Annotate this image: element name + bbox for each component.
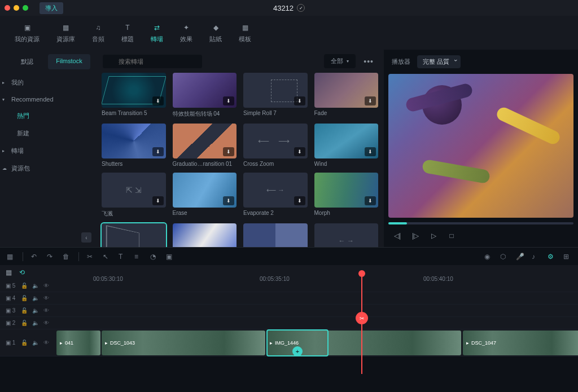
select-tool[interactable]: ↖ xyxy=(103,253,111,261)
download-icon[interactable]: ⬇ xyxy=(294,147,305,156)
mute-icon[interactable]: 🔈 xyxy=(32,320,38,326)
sidebar-section-1[interactable]: ▾Recommended xyxy=(0,91,96,107)
speed-tool[interactable]: ◔ xyxy=(150,253,158,261)
transition-card[interactable]: ⬇Fade xyxy=(314,73,379,118)
download-icon[interactable]: ⬇ xyxy=(365,196,376,205)
download-icon[interactable]: ⬇ xyxy=(294,96,305,105)
card-thumbnail[interactable]: ⬇ xyxy=(314,223,379,247)
track-head-video[interactable]: ▣ 1 🔓 🔈 👁 xyxy=(0,340,56,346)
download-icon[interactable]: ⬇ xyxy=(152,96,164,105)
sidebar-section-2[interactable]: ▸轉場 xyxy=(0,142,96,160)
sidebar-child-1-1[interactable]: 新建 xyxy=(0,125,96,142)
delete-button[interactable]: 🗑 xyxy=(63,253,71,261)
nav-item-3[interactable]: T標題 xyxy=(113,20,142,46)
card-thumbnail[interactable]: ⬇ xyxy=(314,73,379,108)
cut-button[interactable]: ✂ xyxy=(87,253,95,261)
card-thumbnail[interactable]: ⬇ xyxy=(314,173,379,208)
card-thumbnail[interactable]: + xyxy=(102,223,166,247)
text-tool[interactable]: T xyxy=(119,253,126,261)
preview-viewport[interactable] xyxy=(388,74,573,218)
quality-dropdown[interactable]: 完整 品質 xyxy=(417,55,461,68)
nav-item-1[interactable]: ▦資源庫 xyxy=(49,20,83,46)
download-icon[interactable]: ⬇ xyxy=(152,147,164,156)
transition-card[interactable]: ⬇Morph xyxy=(314,173,379,218)
prev-frame-button[interactable]: ◁| xyxy=(393,231,402,240)
sidebar-section-3[interactable]: ☁資源包 xyxy=(0,160,96,177)
transition-card[interactable]: ⬇Graduatio…ransition 01 xyxy=(173,124,237,167)
more-options-button[interactable]: ••• xyxy=(360,57,377,66)
download-icon[interactable]: ⬇ xyxy=(294,196,305,205)
video-clip[interactable]: ▸DSC_1047 xyxy=(463,331,578,355)
lock-icon[interactable]: 🔓 xyxy=(21,320,27,326)
visibility-icon[interactable]: 👁 xyxy=(43,307,49,314)
track-body[interactable] xyxy=(56,292,578,304)
export-button[interactable]: ⊞ xyxy=(563,253,571,261)
transition-card[interactable]: ⬇Special Eff…nsition 02 xyxy=(173,223,237,247)
import-button[interactable]: 導入 xyxy=(40,2,63,14)
card-thumbnail[interactable]: ⬇ xyxy=(173,124,237,158)
track-head-0[interactable]: ▣ 5🔓🔈👁 xyxy=(0,283,56,289)
track-head-1[interactable]: ▣ 4🔓🔈👁 xyxy=(0,295,56,301)
card-thumbnail[interactable]: ⬇ xyxy=(102,124,166,158)
sidebar-section-0[interactable]: ▸我的 xyxy=(0,74,96,91)
download-icon[interactable]: ⬇ xyxy=(365,147,376,156)
nav-item-7[interactable]: ▦模板 xyxy=(231,20,259,46)
tag-button[interactable]: ⬡ xyxy=(500,253,508,261)
apps-icon[interactable]: ▦ xyxy=(7,253,15,261)
lock-icon[interactable]: 🔓 xyxy=(21,295,27,301)
visibility-icon[interactable]: 👁 xyxy=(43,283,49,289)
lock-icon[interactable]: 🔓 xyxy=(21,307,27,314)
mute-icon[interactable]: 🔈 xyxy=(32,295,38,301)
transition-card[interactable]: +立方体 xyxy=(102,223,166,247)
play-button[interactable]: ▷ xyxy=(429,231,438,240)
download-icon[interactable]: ⬇ xyxy=(365,96,376,105)
mute-icon[interactable]: 🔈 xyxy=(32,283,38,289)
nav-item-0[interactable]: ▣我的資源 xyxy=(7,20,47,46)
crop-tool[interactable]: ▣ xyxy=(166,253,174,261)
download-icon[interactable]: ⬇ xyxy=(223,196,234,205)
card-thumbnail[interactable]: ⬇ xyxy=(102,173,166,208)
card-thumbnail[interactable]: ⬇ xyxy=(243,73,308,108)
maximize-window-button[interactable] xyxy=(23,5,28,11)
download-icon[interactable]: ⬇ xyxy=(223,147,234,156)
track-body[interactable] xyxy=(56,280,578,292)
filter-dropdown[interactable]: 全部▾ xyxy=(324,54,356,68)
transition-card[interactable]: ⬇Simple Roll 7 xyxy=(243,73,308,118)
video-track[interactable]: ▸041▸DSC_1043▸IMG_1446▸DSC_1047+ xyxy=(56,329,578,356)
transition-card[interactable]: ⬇Cross Zoom xyxy=(243,124,308,167)
transition-card[interactable]: ⬇Col Split xyxy=(314,223,379,247)
nav-item-5[interactable]: ✦效果 xyxy=(172,20,200,46)
transition-card[interactable]: ⬇特效技能包转场 04 xyxy=(173,73,237,118)
cut-marker-icon[interactable]: ✂ xyxy=(356,312,368,324)
transition-card[interactable]: ⬇Shutters xyxy=(102,124,166,167)
transition-card[interactable]: ⬇Evaporate 2 xyxy=(243,173,308,218)
minimize-window-button[interactable] xyxy=(14,5,19,11)
stop-button[interactable]: □ xyxy=(447,231,456,240)
next-frame-button[interactable]: |▷ xyxy=(411,231,420,240)
transition-card[interactable]: ⬇Erase xyxy=(173,173,237,218)
nav-item-6[interactable]: ◆貼紙 xyxy=(202,20,230,46)
download-icon[interactable]: ⬇ xyxy=(223,96,234,105)
visibility-icon[interactable]: 👁 xyxy=(43,295,49,301)
visibility-icon[interactable]: 👁 xyxy=(43,340,49,346)
card-thumbnail[interactable]: ⬇ xyxy=(173,173,237,208)
track-view-icon[interactable]: ▦ xyxy=(6,268,14,276)
video-clip[interactable]: ▸041 xyxy=(56,331,100,355)
track-head-2[interactable]: ▣ 3🔓🔈👁 xyxy=(0,307,56,314)
card-thumbnail[interactable]: ⬇ xyxy=(173,73,237,108)
card-thumbnail[interactable]: ⬇ xyxy=(314,124,379,158)
nav-item-2[interactable]: ♫音頻 xyxy=(84,20,112,46)
visibility-icon[interactable]: 👁 xyxy=(43,320,49,326)
track-head-3[interactable]: ▣ 2🔓🔈👁 xyxy=(0,320,56,326)
transition-card[interactable]: ⬇Wind xyxy=(314,124,379,167)
marker-button[interactable]: ◉ xyxy=(484,253,492,261)
lock-icon[interactable]: 🔓 xyxy=(21,283,27,289)
playhead[interactable]: ✂ xyxy=(361,272,362,374)
mic-button[interactable]: 🎤 xyxy=(516,253,524,261)
undo-button[interactable]: ↶ xyxy=(31,253,39,261)
adjust-tool[interactable]: ≡ xyxy=(134,253,142,261)
render-button[interactable]: ⚙ xyxy=(548,253,555,261)
transition-card[interactable]: ⬇飞溅 xyxy=(102,173,166,218)
video-clip[interactable]: ▸IMG_1446 xyxy=(266,331,461,355)
track-body[interactable] xyxy=(56,305,578,316)
